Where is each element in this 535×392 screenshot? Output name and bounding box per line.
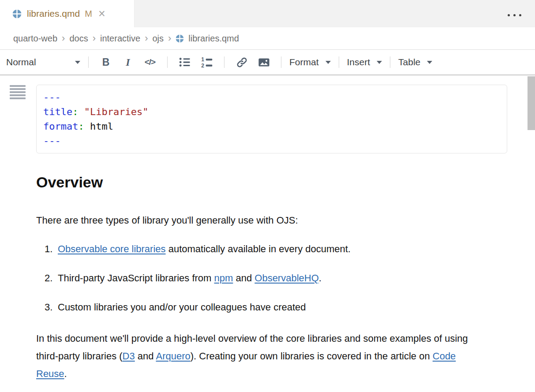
breadcrumb: quarto-web › docs › interactive › ojs › …	[0, 27, 535, 50]
drag-handle-icon[interactable]	[10, 85, 26, 99]
chevron-down-icon	[427, 61, 432, 64]
list-item: 2. Third-party JavaScript libraries from…	[36, 269, 507, 287]
toolbar-separator	[167, 56, 168, 68]
svg-text:2: 2	[201, 63, 204, 68]
insert-link-button[interactable]	[231, 53, 253, 71]
chevron-right-icon: ›	[168, 33, 171, 44]
tab-libraries-qmd[interactable]: libraries.qmd M ×	[0, 0, 135, 27]
toolbar-separator	[224, 56, 224, 68]
numbered-list-icon: 12	[201, 56, 213, 68]
doc-link[interactable]: Observable core libraries	[58, 243, 166, 254]
chevron-right-icon: ›	[62, 33, 65, 44]
bold-icon: B	[102, 56, 110, 68]
yaml-value: "Libraries"	[78, 106, 148, 117]
format-menu[interactable]: Format	[288, 57, 333, 67]
numbered-list-button[interactable]: 12	[196, 53, 218, 71]
breadcrumb-item-quarto-web[interactable]: quarto-web	[13, 34, 57, 44]
numbered-list: 1. Observable core libraries automatical…	[36, 240, 507, 316]
code-icon: </>	[145, 57, 155, 67]
quarto-file-icon	[12, 9, 22, 19]
list-item: 1. Observable core libraries automatical…	[36, 240, 507, 258]
chevron-down-icon	[325, 61, 331, 64]
code-button[interactable]: </>	[139, 53, 161, 71]
yaml-line: ---	[43, 134, 500, 148]
more-dot-icon	[508, 14, 510, 16]
yaml-key: format	[43, 121, 78, 132]
modified-badge: M	[85, 9, 92, 19]
chevron-right-icon: ›	[93, 33, 96, 44]
more-dot-icon	[519, 14, 521, 16]
yaml-line: ---	[43, 90, 500, 105]
link-icon	[236, 56, 248, 68]
yaml-colon: :	[72, 106, 78, 117]
closing-paragraph: In this document we'll provide a high-le…	[36, 330, 482, 383]
svg-text:1: 1	[201, 56, 204, 63]
quarto-file-icon	[176, 34, 184, 43]
scrollbar-thumb[interactable]	[528, 76, 535, 130]
bullet-list-icon	[179, 56, 191, 68]
editor-window: libraries.qmd M × quarto-web › docs › in…	[0, 0, 535, 383]
paragraph-style-select[interactable]: Normal	[6, 57, 82, 67]
chevron-down-icon	[75, 61, 80, 64]
doc-link[interactable]: npm	[214, 273, 233, 284]
text-segment: and	[233, 273, 254, 284]
yaml-value: html	[84, 121, 113, 132]
format-menu-label: Format	[289, 57, 319, 67]
tab-bar: libraries.qmd M ×	[0, 0, 535, 27]
yaml-delimiter: ---	[43, 135, 61, 146]
list-number: 3.	[45, 299, 55, 316]
toolbar-separator	[281, 56, 281, 68]
insert-menu[interactable]: Insert	[345, 57, 384, 67]
paragraph-style-value: Normal	[6, 57, 36, 67]
yaml-line: format: html	[43, 119, 500, 134]
list-number: 1.	[45, 240, 55, 258]
tab-title: libraries.qmd	[27, 8, 80, 19]
chevron-down-icon	[377, 61, 382, 64]
breadcrumb-item-ojs[interactable]: ojs	[152, 34, 164, 44]
breadcrumb-item-docs[interactable]: docs	[69, 34, 88, 44]
close-icon[interactable]: ×	[98, 8, 105, 20]
yaml-key: title	[43, 106, 72, 117]
intro-paragraph: There are three types of library you'll …	[36, 212, 507, 229]
doc-link[interactable]: Arquero	[156, 351, 190, 362]
list-item: 3. Custom libraries you and/or your coll…	[36, 299, 507, 316]
yaml-front-matter-block[interactable]: --- title: "Libraries" format: html ---	[36, 85, 507, 153]
text-segment: .	[319, 273, 322, 284]
text-segment: ). Creating your own libraries is covere…	[191, 351, 433, 362]
heading-overview: Overview	[36, 173, 507, 191]
doc-link[interactable]: D3	[123, 351, 135, 362]
list-text: Observable core libraries automatically …	[58, 240, 351, 258]
toolbar-separator	[88, 56, 89, 68]
toolbar-separator	[390, 56, 390, 68]
more-dot-icon	[513, 14, 516, 16]
toolbar-separator	[339, 56, 339, 68]
insert-image-button[interactable]	[253, 53, 275, 71]
yaml-line: title: "Libraries"	[43, 105, 500, 119]
image-icon	[258, 56, 270, 69]
doc-link[interactable]: ObservableHQ	[254, 273, 319, 284]
text-segment: Custom libraries you and/or your colleag…	[58, 302, 306, 313]
editor-canvas[interactable]: --- title: "Libraries" format: html --- …	[0, 75, 535, 383]
insert-menu-label: Insert	[347, 57, 370, 67]
italic-icon: I	[126, 56, 130, 68]
chevron-right-icon: ›	[145, 33, 148, 44]
table-menu[interactable]: Table	[397, 57, 434, 67]
list-text: Custom libraries you and/or your colleag…	[58, 299, 306, 316]
breadcrumb-item-interactive[interactable]: interactive	[100, 34, 140, 44]
list-text: Third-party JavaScript libraries from np…	[58, 269, 322, 287]
table-menu-label: Table	[398, 57, 420, 67]
yaml-delimiter: ---	[43, 92, 61, 103]
text-segment: .	[64, 368, 67, 379]
text-segment: automatically available in every documen…	[166, 243, 351, 254]
text-segment: and	[135, 351, 156, 362]
italic-button[interactable]: I	[117, 53, 139, 71]
yaml-colon: :	[78, 121, 84, 132]
more-actions-button[interactable]	[506, 12, 523, 18]
list-number: 2.	[45, 269, 55, 287]
text-segment: Third-party JavaScript libraries from	[58, 273, 214, 284]
bold-button[interactable]: B	[95, 53, 117, 71]
formatting-toolbar: Normal B I </> 12 Format	[0, 50, 535, 75]
breadcrumb-item-file[interactable]: libraries.qmd	[188, 34, 239, 44]
bullet-list-button[interactable]	[174, 53, 196, 71]
